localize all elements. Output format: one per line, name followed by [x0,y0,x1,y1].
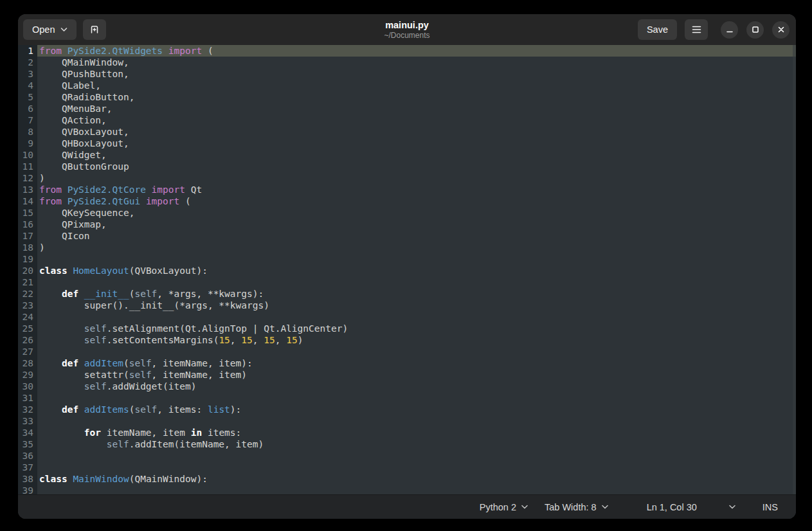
headerbar-right-group: Save [638,14,789,45]
line-number: 15 [18,207,37,219]
code-line[interactable]: 10 QWidget, [18,149,796,161]
code-line[interactable]: 34 for itemName, item in items: [18,427,796,438]
vertical-scrollbar[interactable] [793,45,796,494]
line-number: 1 [18,45,37,57]
headerbar: Open mainui.py ~/Documents [18,14,796,45]
cursor-position-button[interactable]: Ln 1, Col 30 [640,498,742,516]
line-number: 19 [18,253,37,265]
insert-mode-label: INS [762,502,778,512]
line-number: 27 [18,346,37,357]
line-number: 6 [18,103,37,114]
code-line[interactable]: 15 QKeySequence, [18,207,796,219]
code-line[interactable]: 25 self.setAlignment(Qt.AlignTop | Qt.Al… [18,323,796,334]
line-number: 2 [18,57,37,68]
line-number: 39 [18,485,37,494]
minimize-button[interactable] [721,21,738,39]
line-number: 20 [18,265,37,276]
editor-area[interactable]: 1from PySide2.QtWidgets import (2 QMainW… [18,45,796,494]
chevron-down-icon [602,505,608,509]
menu-icon [692,26,701,33]
line-number: 32 [18,404,37,415]
code-line[interactable]: 8 QVBoxLayout, [18,126,796,138]
line-number: 28 [18,357,37,369]
code-line[interactable]: 28 def addItem(self, itemName, item): [18,357,796,369]
line-number: 17 [18,230,37,242]
code-line[interactable]: 39 [18,485,796,494]
tab-width-label: Tab Width: 8 [545,502,597,512]
language-selector[interactable]: Python 2 [473,498,534,516]
line-number: 21 [18,276,37,288]
tab-width-selector[interactable]: Tab Width: 8 [538,498,615,516]
code-line[interactable]: 19 [18,253,796,265]
line-number: 14 [18,195,37,207]
code-line[interactable]: 35 self.addItem(itemName, item) [18,438,796,450]
code-line[interactable]: 37 [18,462,796,473]
code-line[interactable]: 1from PySide2.QtWidgets import ( [18,45,796,57]
save-button[interactable]: Save [638,19,677,40]
code-line[interactable]: 29 setattr(self, itemName, item) [18,369,796,381]
code-line[interactable]: 38class MainWindow(QMainWindow): [18,473,796,485]
text-editor-window: Open mainui.py ~/Documents [18,14,796,519]
open-button[interactable]: Open [23,19,77,40]
line-number: 25 [18,323,37,334]
code-line[interactable]: 36 [18,450,796,462]
new-tab-button[interactable] [83,19,106,40]
code-line[interactable]: 16 QPixmap, [18,219,796,230]
code-line[interactable]: 20class HomeLayout(QVBoxLayout): [18,265,796,276]
code-line[interactable]: 30 self.addWidget(item) [18,381,796,392]
line-number: 22 [18,288,37,300]
line-number: 16 [18,219,37,230]
code-line[interactable]: 26 self.setContentsMargins(15, 15, 15, 1… [18,334,796,346]
code-line[interactable]: 3 QPushButton, [18,68,796,80]
line-number: 36 [18,450,37,462]
chevron-down-icon [60,27,68,32]
line-number: 18 [18,242,37,253]
code-line[interactable]: 31 [18,392,796,404]
line-number: 9 [18,138,37,149]
new-tab-icon [89,24,100,35]
main-menu-button[interactable] [685,19,708,40]
language-label: Python 2 [480,502,516,512]
code-line[interactable]: 9 QHBoxLayout, [18,138,796,149]
open-button-label: Open [32,24,55,35]
code-line[interactable]: 5 QRadioButton, [18,91,796,103]
line-number: 38 [18,473,37,485]
line-number: 4 [18,80,37,91]
code-line[interactable]: 27 [18,346,796,357]
line-number: 37 [18,462,37,473]
code-line[interactable]: 2 QMainWindow, [18,57,796,68]
cursor-position-label: Ln 1, Col 30 [647,502,697,512]
code-line[interactable]: 18) [18,242,796,253]
save-button-label: Save [647,24,668,35]
close-button[interactable] [772,21,789,39]
line-number: 10 [18,149,37,161]
code-line[interactable]: 7 QAction, [18,114,796,126]
code-line[interactable]: 14from PySide2.QtGui import ( [18,195,796,207]
maximize-button[interactable] [746,21,764,39]
code-line[interactable]: 24 [18,311,796,323]
code-line[interactable]: 12) [18,172,796,184]
code-line[interactable]: 13from PySide2.QtCore import Qt [18,184,796,195]
line-number: 13 [18,184,37,195]
code-line[interactable]: 11 QButtonGroup [18,161,796,172]
insert-mode-indicator[interactable]: INS [756,498,784,516]
code-lines[interactable]: 1from PySide2.QtWidgets import (2 QMainW… [18,45,796,494]
code-line[interactable]: 23 super().__init__(*args, **kwargs) [18,300,796,311]
line-number: 12 [18,172,37,184]
headerbar-left-group: Open [23,14,106,45]
desktop-background: Open mainui.py ~/Documents [0,0,812,531]
code-line[interactable]: 22 def __init__(self, *args, **kwargs): [18,288,796,300]
code-line[interactable]: 21 [18,276,796,288]
line-number: 29 [18,369,37,381]
code-line[interactable]: 33 [18,415,796,427]
line-number: 11 [18,161,37,172]
line-number: 34 [18,427,37,438]
code-line[interactable]: 17 QIcon [18,230,796,242]
maximize-icon [752,26,759,33]
line-number: 26 [18,334,37,346]
code-line[interactable]: 4 QLabel, [18,80,796,91]
code-line[interactable]: 6 QMenuBar, [18,103,796,114]
window-title: mainui.py [385,20,429,31]
minimize-icon [726,26,733,33]
code-line[interactable]: 32 def addItems(self, items: list): [18,404,796,415]
